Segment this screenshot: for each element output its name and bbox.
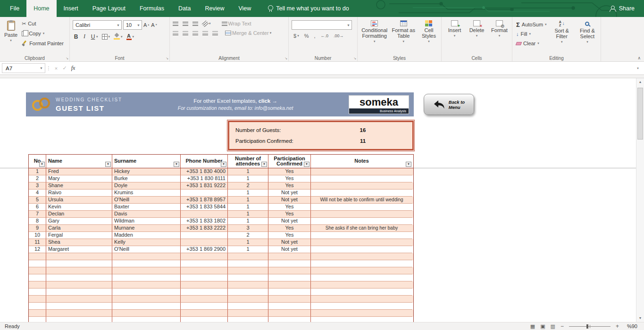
cell-confirmed[interactable]: Yes [268, 204, 311, 211]
cell-confirmed[interactable] [268, 310, 311, 317]
cell-attendees[interactable]: 2 [228, 182, 268, 190]
cell-notes[interactable] [311, 246, 412, 253]
cell-attendees[interactable] [228, 317, 268, 322]
cell-phone[interactable] [181, 303, 228, 310]
cell-notes[interactable] [311, 253, 412, 260]
conditional-formatting-button[interactable]: Conditional Formatting ▾ [360, 19, 388, 54]
cell-no[interactable] [29, 310, 46, 317]
cell-no[interactable] [29, 281, 46, 289]
tab-review[interactable]: Review [198, 0, 231, 17]
cell-attendees[interactable] [228, 267, 268, 274]
cell-notes[interactable] [311, 317, 412, 322]
copy-caret-icon[interactable]: ▾ [43, 32, 45, 35]
cell-attendees[interactable] [228, 260, 268, 267]
cell-name[interactable]: Gary [46, 218, 112, 225]
cell-phone[interactable] [181, 267, 228, 274]
cell-name[interactable] [46, 267, 112, 274]
cell-surname[interactable] [112, 310, 181, 317]
cancel-icon[interactable]: × [52, 66, 60, 71]
cell-phone[interactable] [181, 281, 228, 289]
cell-confirmed[interactable]: Yes [268, 211, 311, 218]
cell-confirmed[interactable] [268, 317, 311, 322]
find-select-button[interactable]: Find & Select ▾ [576, 19, 599, 54]
format-painter-button[interactable]: Format Painter [21, 39, 65, 48]
confirmed-value[interactable]: 11 [327, 138, 398, 144]
formula-input[interactable] [77, 63, 634, 73]
cell-name[interactable] [46, 281, 112, 289]
normal-view-icon[interactable]: ▦ [530, 323, 535, 330]
fill-color-button[interactable]: ▾ [114, 33, 123, 40]
cell-confirmed[interactable] [268, 260, 311, 267]
cell-attendees[interactable] [228, 253, 268, 260]
cell-attendees[interactable]: 1 [228, 239, 268, 246]
bold-button[interactable]: B [74, 33, 78, 40]
tab-formulas[interactable]: Formulas [133, 0, 171, 17]
align-center-icon[interactable] [183, 31, 188, 35]
cell-phone[interactable] [181, 232, 228, 239]
borders-caret-icon[interactable]: ▾ [109, 35, 110, 39]
cell-name[interactable]: Shane [46, 182, 112, 190]
cell-confirmed[interactable]: Yes [268, 182, 311, 190]
cell-phone[interactable] [181, 274, 228, 281]
number-format-dropdown-icon[interactable]: ▼ [347, 24, 350, 27]
cell-notes[interactable] [311, 211, 412, 218]
cell-attendees[interactable]: 1 [228, 175, 268, 182]
cell-phone[interactable] [181, 239, 228, 246]
increase-decimal-icon[interactable]: ←.0 [320, 33, 328, 38]
cell-no[interactable]: 4 [29, 190, 46, 197]
decrease-decimal-icon[interactable]: .00→ [334, 33, 344, 38]
name-box-dropdown-icon[interactable]: ▼ [40, 66, 43, 70]
cell-no[interactable] [29, 253, 46, 260]
cell-surname[interactable]: Madden [112, 232, 181, 239]
cell-name[interactable] [46, 296, 112, 303]
cell-confirmed[interactable] [268, 267, 311, 274]
zoom-level[interactable]: %90 [624, 323, 637, 329]
formula-bar-expand-icon[interactable]: ▾ [634, 66, 642, 70]
cell-confirmed[interactable]: Yes [268, 175, 311, 182]
cell-name[interactable]: Raivo [46, 190, 112, 197]
clipboard-dialog-launcher-icon[interactable]: ↘ [66, 57, 68, 60]
merge-center-button[interactable]: Merge & Center ▾ [225, 30, 271, 36]
cell-no[interactable]: 8 [29, 218, 46, 225]
cell-no[interactable]: 7 [29, 211, 46, 218]
cell-attendees[interactable]: 1 [228, 197, 268, 204]
format-cells-button[interactable]: ⚙ Format ▾ [489, 19, 510, 54]
fill-color-caret-icon[interactable]: ▾ [121, 35, 123, 39]
cell-surname[interactable]: Doyle [112, 182, 181, 190]
paste-button[interactable]: Paste ▾ [3, 19, 19, 54]
cell-notes[interactable] [311, 289, 412, 296]
cell-name[interactable] [46, 274, 112, 281]
cell-no[interactable]: 5 [29, 197, 46, 204]
cell-attendees[interactable]: 1 [228, 204, 268, 211]
cell-name[interactable] [46, 317, 112, 322]
cell-name[interactable]: Fergal [46, 232, 112, 239]
cell-surname[interactable] [112, 260, 181, 267]
cell-confirmed[interactable] [268, 289, 311, 296]
cell-surname[interactable]: Kelly [112, 239, 181, 246]
font-dialog-launcher-icon[interactable]: ↘ [166, 57, 168, 60]
column-header-notes[interactable]: Notes▼ [311, 155, 412, 168]
tab-file[interactable]: File [3, 0, 26, 17]
font-name-dropdown-icon[interactable]: ▼ [117, 24, 120, 27]
accounting-caret-icon[interactable]: ▾ [297, 34, 299, 38]
sort-filter-button[interactable]: A Z ↓ Sort & Filter ▾ [551, 19, 573, 54]
cell-notes[interactable] [311, 260, 412, 267]
font-size-select[interactable]: 10 ▼ [123, 20, 142, 30]
filter-button[interactable]: ▼ [304, 162, 309, 167]
font-name-select[interactable]: Calibri ▼ [73, 20, 122, 30]
cell-no[interactable] [29, 296, 46, 303]
cell-no[interactable] [29, 260, 46, 267]
cell-confirmed[interactable] [268, 274, 311, 281]
filter-button[interactable]: ▼ [105, 162, 111, 167]
page-layout-view-icon[interactable]: ▣ [540, 323, 545, 330]
cell-name[interactable] [46, 289, 112, 296]
cell-phone[interactable]: +353 1 878 8957 [181, 197, 228, 204]
autosum-button[interactable]: Σ AutoSum ▾ [515, 20, 548, 29]
collapse-ribbon-icon[interactable]: ∧ [637, 56, 641, 60]
cell-notes[interactable] [311, 168, 412, 175]
cell-name[interactable] [46, 260, 112, 267]
cell-phone[interactable]: +353 1 833 5844 [181, 204, 228, 211]
cell-phone[interactable] [181, 289, 228, 296]
cell-no[interactable]: 12 [29, 246, 46, 253]
cell-no[interactable]: 10 [29, 232, 46, 239]
